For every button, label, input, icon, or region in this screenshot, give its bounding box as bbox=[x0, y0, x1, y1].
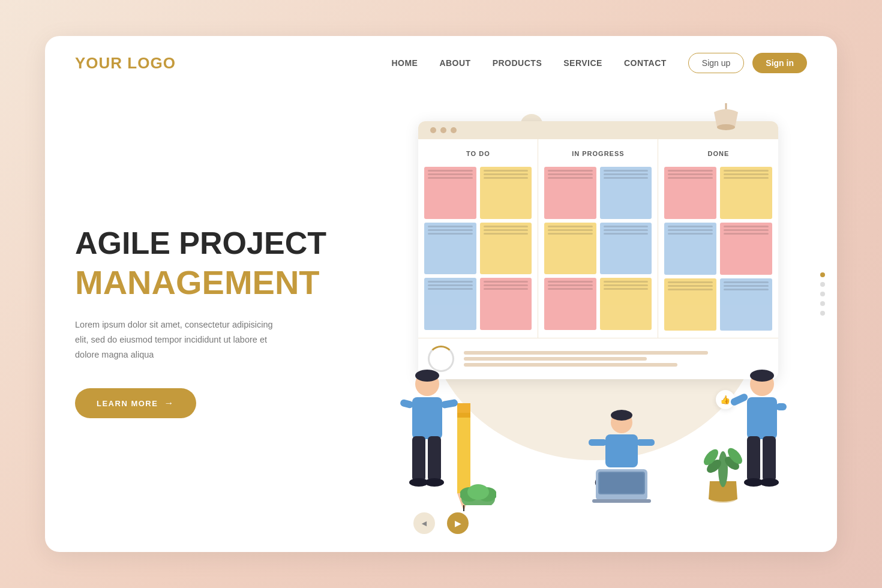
nav-about[interactable]: ABOUT bbox=[439, 58, 470, 68]
play-arrow-button[interactable]: ▶ bbox=[447, 512, 469, 534]
sticky-note bbox=[720, 167, 772, 219]
svg-rect-2 bbox=[412, 397, 442, 439]
nav-dot-4[interactable] bbox=[820, 301, 825, 306]
svg-point-35 bbox=[718, 451, 728, 487]
footer-line-2 bbox=[464, 357, 647, 361]
svg-point-26 bbox=[750, 370, 774, 382]
footer-line-3 bbox=[464, 363, 677, 367]
nav-dot-2[interactable] bbox=[820, 282, 825, 287]
dot-2 bbox=[440, 127, 446, 133]
done-notes bbox=[664, 167, 772, 331]
svg-rect-5 bbox=[412, 436, 425, 481]
svg-point-15 bbox=[611, 410, 632, 421]
nav-dot-3[interactable] bbox=[820, 292, 825, 296]
svg-rect-4 bbox=[441, 399, 459, 409]
sticky-note bbox=[480, 223, 532, 275]
inprogress-notes bbox=[544, 167, 652, 330]
navbar: YOUR LOGO HOME ABOUT PRODUCTS SERVICE CO… bbox=[45, 36, 837, 85]
hero-right: ✓ + 👍 TO DO bbox=[382, 103, 807, 529]
svg-rect-23 bbox=[599, 473, 644, 493]
sticky-note bbox=[544, 223, 596, 275]
svg-point-8 bbox=[425, 478, 444, 487]
hero-section: AGILE PROJECT MANAGEMENT Lorem ipsum dol… bbox=[45, 85, 837, 547]
learn-more-button[interactable]: LEARN MORE → bbox=[75, 388, 196, 418]
svg-rect-30 bbox=[747, 436, 760, 481]
landing-page-card: YOUR LOGO HOME ABOUT PRODUCTS SERVICE CO… bbox=[45, 36, 837, 552]
sticky-note bbox=[544, 167, 596, 219]
footer-line-1 bbox=[464, 351, 707, 355]
arrow-icon: → bbox=[164, 398, 175, 409]
signup-button[interactable]: Sign up bbox=[688, 53, 744, 73]
sticky-note bbox=[600, 167, 652, 219]
svg-rect-18 bbox=[637, 439, 655, 446]
col-done-header: DONE bbox=[664, 146, 772, 161]
sticky-note bbox=[424, 278, 476, 330]
svg-rect-16 bbox=[605, 434, 638, 467]
col-inprogress-header: IN PROGRESS bbox=[544, 146, 652, 161]
svg-rect-31 bbox=[763, 436, 776, 481]
sticky-note bbox=[424, 223, 476, 275]
nav-dot-5[interactable] bbox=[820, 311, 825, 316]
prev-arrow-button[interactable]: ◄ bbox=[413, 512, 435, 534]
sticky-note bbox=[480, 167, 532, 219]
kanban-columns: TO DO IN PROGRESS bbox=[418, 139, 778, 338]
signin-button[interactable]: Sign in bbox=[752, 53, 807, 73]
sticky-note bbox=[664, 223, 716, 275]
hero-title-line1: AGILE PROJECT bbox=[75, 226, 382, 260]
sticky-note bbox=[720, 278, 772, 331]
kanban-col-todo: TO DO bbox=[418, 139, 538, 338]
kanban-footer bbox=[418, 338, 778, 379]
lamp-illustration bbox=[705, 103, 747, 139]
svg-rect-3 bbox=[400, 398, 414, 409]
svg-rect-29 bbox=[776, 403, 787, 410]
sticky-note bbox=[480, 278, 532, 330]
bottom-navigation: ◄ ▶ bbox=[413, 512, 469, 534]
hero-left: AGILE PROJECT MANAGEMENT Lorem ipsum dol… bbox=[75, 103, 382, 529]
svg-point-45 bbox=[717, 124, 735, 130]
person-right-illustration bbox=[729, 367, 795, 505]
nav-products[interactable]: PRODUCTS bbox=[493, 58, 542, 68]
hero-title-line2: MANAGEMENT bbox=[75, 264, 382, 301]
svg-point-33 bbox=[760, 478, 779, 487]
sticky-note bbox=[544, 278, 596, 330]
person-left-illustration bbox=[394, 367, 460, 505]
nav-contact[interactable]: CONTACT bbox=[624, 58, 667, 68]
person-center-illustration bbox=[583, 409, 661, 505]
nav-links: HOME ABOUT PRODUCTS SERVICE CONTACT bbox=[391, 58, 666, 68]
sticky-note bbox=[664, 278, 716, 331]
svg-rect-6 bbox=[428, 436, 441, 481]
svg-rect-17 bbox=[589, 439, 607, 446]
sticky-note bbox=[600, 223, 652, 275]
footer-lines bbox=[464, 351, 769, 367]
kanban-col-done: DONE bbox=[658, 139, 778, 338]
col-todo-header: TO DO bbox=[424, 146, 532, 161]
svg-rect-28 bbox=[730, 392, 749, 407]
nav-service[interactable]: SERVICE bbox=[563, 58, 602, 68]
kanban-board: TO DO IN PROGRESS bbox=[418, 121, 778, 379]
nav-dots bbox=[820, 272, 825, 316]
svg-point-1 bbox=[415, 370, 439, 382]
nav-actions: Sign up Sign in bbox=[688, 53, 807, 73]
sticky-note bbox=[600, 278, 652, 330]
logo: YOUR LOGO bbox=[75, 54, 176, 73]
sticky-note bbox=[664, 167, 716, 219]
dot-3 bbox=[451, 127, 457, 133]
kanban-col-inprogress: IN PROGRESS bbox=[538, 139, 658, 338]
sticky-note bbox=[424, 167, 476, 219]
nav-home[interactable]: HOME bbox=[391, 58, 418, 68]
bush-illustration bbox=[460, 481, 496, 505]
svg-rect-27 bbox=[747, 397, 777, 439]
dot-1 bbox=[430, 127, 436, 133]
sticky-note bbox=[720, 223, 772, 275]
hero-description: Lorem ipsum dolor sit amet, consectetur … bbox=[75, 317, 279, 362]
nav-dot-1[interactable] bbox=[820, 272, 825, 277]
svg-point-43 bbox=[467, 484, 489, 500]
todo-notes bbox=[424, 167, 532, 330]
svg-rect-24 bbox=[592, 499, 651, 503]
